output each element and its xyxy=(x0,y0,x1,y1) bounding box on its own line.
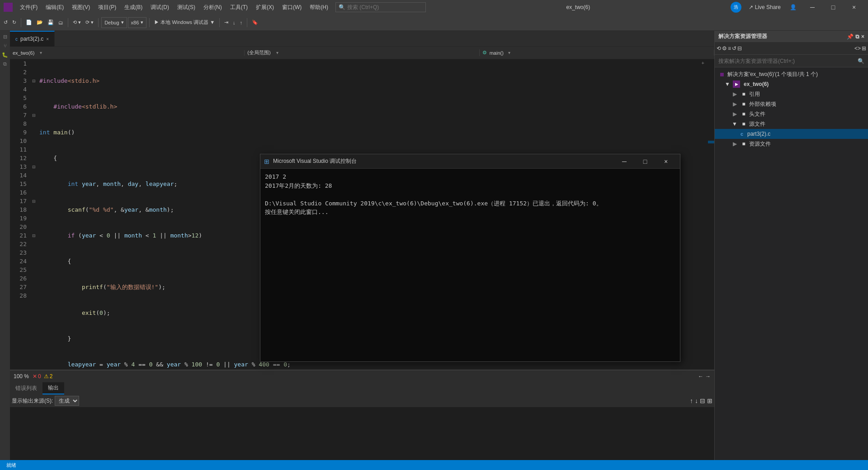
menu-view[interactable]: 视图(V) xyxy=(68,2,94,13)
run-button[interactable]: ▶ 本地 Windows 调试器 ▼ xyxy=(152,16,217,29)
output-action-3[interactable]: ⊟ xyxy=(700,397,705,404)
function-arrow: ▾ xyxy=(505,50,513,55)
error-count: 0 xyxy=(38,373,41,380)
menu-extensions[interactable]: 扩展(X) xyxy=(252,2,278,13)
editor-scrollbar[interactable] xyxy=(708,59,714,370)
solution-close-button[interactable]: × xyxy=(861,33,864,40)
save-button[interactable]: 💾 xyxy=(46,16,56,29)
tab-close-button[interactable]: × xyxy=(46,37,49,42)
platform-dropdown[interactable]: x86 ▾ xyxy=(128,17,147,28)
line-num-20: 20 xyxy=(10,223,27,231)
console-minimize-button[interactable]: ─ xyxy=(614,154,635,169)
menu-test[interactable]: 测试(S) xyxy=(174,2,199,13)
console-restore-button[interactable]: □ xyxy=(635,154,656,169)
code-line-3: int main() xyxy=(39,128,708,137)
new-file-button[interactable]: 📄 xyxy=(24,16,34,29)
menu-project[interactable]: 项目(P) xyxy=(94,2,120,13)
minimize-button[interactable]: ─ xyxy=(802,0,823,14)
namespace-dropdown-wrapper[interactable]: (全局范围) ▾ xyxy=(245,49,479,56)
solution-pin-button[interactable]: 📌 xyxy=(847,33,854,40)
bottom-tab-bar: 错误列表 输出 xyxy=(10,382,714,394)
console-window[interactable]: ⊞ Microsoft Visual Studio 调试控制台 ─ □ × 20… xyxy=(260,154,680,362)
line-num-11: 11 xyxy=(10,145,27,154)
save-all-button[interactable]: 🗂 xyxy=(57,16,65,29)
activity-debug[interactable]: 🐛 xyxy=(1,51,9,59)
solution-tb-colapse[interactable]: ⊟ xyxy=(737,45,742,52)
menu-build[interactable]: 生成(B) xyxy=(121,2,146,13)
forward-button[interactable]: ↻ xyxy=(10,16,18,29)
activity-git[interactable]: ⑂ xyxy=(1,42,9,50)
console-titlebar: ⊞ Microsoft Visual Studio 调试控制台 ─ □ × xyxy=(260,154,680,169)
nav-forward-button[interactable]: → xyxy=(705,373,711,380)
activity-explorer[interactable]: ⊟ xyxy=(1,33,9,41)
menu-tools[interactable]: 工具(T) xyxy=(226,2,251,13)
config-dropdown[interactable]: Debug ▾ xyxy=(101,17,127,28)
tab-error-list[interactable]: 错误列表 xyxy=(10,383,42,394)
status-ready[interactable]: 就绪 xyxy=(4,460,19,470)
menu-edit[interactable]: 编辑(E) xyxy=(42,2,67,13)
menu-analyze[interactable]: 分析(N) xyxy=(200,2,226,13)
tree-references[interactable]: ▶ ■ 引用 xyxy=(715,89,868,99)
solution-tb-prop[interactable]: ⚙ xyxy=(722,45,727,52)
restore-button[interactable]: □ xyxy=(823,0,844,14)
menu-window[interactable]: 窗口(W) xyxy=(278,2,305,13)
output-action-2[interactable]: ↓ xyxy=(695,397,698,404)
tree-project[interactable]: ▼ ▶ ex_two(6) xyxy=(715,79,868,89)
menu-debug[interactable]: 调试(D) xyxy=(147,2,173,13)
step-into-button[interactable]: ↓ xyxy=(231,16,237,29)
fold-7[interactable]: ⊟ xyxy=(30,111,38,119)
search-box[interactable]: 🔍 xyxy=(335,2,426,12)
output-action-4[interactable]: ⊞ xyxy=(707,397,712,404)
bookmark-button[interactable]: 🔖 xyxy=(250,16,260,29)
solution-tb-code[interactable]: <> xyxy=(854,45,861,52)
function-dropdown-wrapper[interactable]: ⚙ main() ▾ xyxy=(480,50,714,56)
nav-back-button[interactable]: ← xyxy=(698,373,703,380)
fold-3[interactable]: ⊟ xyxy=(30,76,38,85)
file-part3-icon: c xyxy=(738,130,745,138)
fold-28 xyxy=(30,291,38,300)
undo-button[interactable]: ⟲ ▾ xyxy=(71,16,83,29)
output-action-1[interactable]: ↑ xyxy=(690,397,693,404)
activity-extensions[interactable]: ⧉ xyxy=(1,60,9,68)
fold-21[interactable]: ⊟ xyxy=(30,231,38,240)
tree-external-deps[interactable]: ▶ ■ 外部依赖项 xyxy=(715,99,868,109)
activity-bar: ⊟ ⑂ 🐛 ⧉ xyxy=(0,31,10,460)
external-deps-icon: ■ xyxy=(740,100,747,108)
solution-tb-filter[interactable]: ≡ xyxy=(728,45,731,52)
fold-23 xyxy=(30,248,38,257)
tree-resource-files[interactable]: ▶ ■ 资源文件 xyxy=(715,139,868,149)
redo-button[interactable]: ⟳ ▾ xyxy=(84,16,95,29)
solution-tb-refresh[interactable]: ↺ xyxy=(732,45,736,52)
tree-headers[interactable]: ▶ ■ 头文件 xyxy=(715,109,868,119)
open-button[interactable]: 📂 xyxy=(35,16,45,29)
solution-tb-maximize[interactable]: ⊞ xyxy=(862,45,866,52)
toolbar-separator-6 xyxy=(247,18,247,27)
close-button[interactable]: × xyxy=(844,0,864,14)
step-out-button[interactable]: ↑ xyxy=(238,16,245,29)
step-over-button[interactable]: ⇥ xyxy=(222,16,230,29)
tree-solution-root[interactable]: ◼ 解决方案'ex_two(6)'(1 个项目/共 1 个) xyxy=(715,69,868,79)
fold-17[interactable]: ⊟ xyxy=(30,197,38,205)
menu-help[interactable]: 帮助(H) xyxy=(306,2,332,13)
tree-source-files[interactable]: ▼ ■ 源文件 xyxy=(715,119,868,129)
config-label: Debug xyxy=(104,20,119,25)
fold-14 xyxy=(30,171,38,180)
menu-file[interactable]: 文件(F) xyxy=(16,2,41,13)
person-icon[interactable]: 👤 xyxy=(788,4,798,10)
editor-zoom-btn[interactable]: + xyxy=(700,59,706,66)
output-source-select[interactable]: 生成 xyxy=(55,396,79,406)
solution-tb-sync[interactable]: ⟲ xyxy=(717,45,721,52)
tab-part3[interactable]: c part3(2).c × xyxy=(10,31,55,47)
solution-float-button[interactable]: ⧉ xyxy=(855,33,859,40)
liveshare-icon: ↗ xyxy=(749,4,753,10)
tab-output[interactable]: 输出 xyxy=(42,382,64,394)
console-close-button[interactable]: × xyxy=(656,154,676,169)
solution-search-bar[interactable]: 🔍 xyxy=(715,55,868,67)
scope-dropdown-wrapper[interactable]: ex_two(6) ▾ xyxy=(10,50,245,56)
tree-file-part3[interactable]: c part3(2).c xyxy=(715,129,868,139)
fold-13[interactable]: ⊟ xyxy=(30,162,38,171)
solution-search-input[interactable] xyxy=(718,58,856,64)
search-input[interactable] xyxy=(347,4,423,10)
back-button[interactable]: ↺ xyxy=(2,16,9,29)
liveshare-button[interactable]: ↗ Live Share xyxy=(745,2,784,12)
